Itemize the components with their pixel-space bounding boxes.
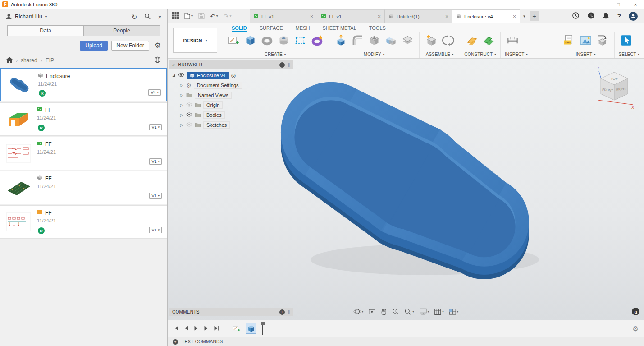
go-to-end-icon[interactable]: [214, 325, 219, 332]
file-name[interactable]: FF: [45, 107, 52, 113]
timeline-position-marker[interactable]: [262, 323, 263, 335]
tab-mesh[interactable]: MESH: [296, 25, 310, 32]
panel-grip-icon[interactable]: ∥: [288, 309, 290, 314]
new-component-icon[interactable]: [424, 33, 439, 47]
insert-mesh-icon[interactable]: [595, 33, 610, 47]
tab-list-caret-icon[interactable]: ▾: [520, 9, 529, 23]
home-icon[interactable]: [6, 57, 13, 64]
doc-tab-enclosure[interactable]: Enclosure v4 ×: [452, 9, 520, 23]
select-icon[interactable]: [619, 33, 634, 47]
doc-tab-ff2[interactable]: FF v1 ×: [317, 9, 385, 23]
breadcrumb-eip[interactable]: EIP: [46, 57, 54, 64]
panel-grip-icon[interactable]: ∥: [288, 62, 290, 67]
expander-icon[interactable]: ◢: [171, 73, 176, 78]
browser-header[interactable]: « BROWSER – ∥: [169, 60, 293, 69]
go-to-start-icon[interactable]: [173, 325, 179, 332]
add-comment-icon[interactable]: +: [279, 309, 285, 315]
tree-row-origin[interactable]: ▷ Origin: [171, 100, 293, 110]
play-icon[interactable]: [194, 325, 199, 332]
tab-data[interactable]: Data: [7, 25, 84, 36]
expander-icon[interactable]: ▷: [179, 123, 184, 127]
combine-icon[interactable]: [383, 33, 398, 47]
save-icon[interactable]: [198, 13, 205, 20]
file-name[interactable]: FF: [45, 141, 52, 148]
joint-icon[interactable]: [440, 33, 456, 47]
timeline-settings-gear-icon[interactable]: ⚙: [632, 324, 639, 333]
group-label-select[interactable]: SELECT▾: [619, 51, 639, 57]
notification-bell-icon[interactable]: [603, 12, 609, 20]
eye-off-icon[interactable]: [186, 102, 192, 108]
canvas-icon[interactable]: [578, 33, 594, 47]
tab-people[interactable]: People: [83, 25, 160, 36]
press-pull-icon[interactable]: [333, 33, 348, 47]
doc-tab-untitled[interactable]: Untitled(1) ×: [385, 9, 452, 23]
tree-label[interactable]: Named Views: [195, 92, 232, 99]
version-dropdown[interactable]: V4▾: [148, 89, 161, 96]
minimize-icon[interactable]: –: [593, 2, 610, 7]
expand-text-commands-icon[interactable]: +: [173, 339, 178, 345]
user-caret-icon[interactable]: ▾: [45, 14, 47, 19]
doc-tab-ff1[interactable]: FF v1 ×: [250, 9, 317, 23]
app-grid-icon[interactable]: [172, 12, 179, 20]
tree-row-sketches[interactable]: ▷ Sketches: [171, 120, 293, 130]
group-label-construct[interactable]: CONSTRUCT▾: [464, 51, 496, 57]
refresh-icon[interactable]: ↻: [132, 14, 137, 20]
offset-face-icon[interactable]: [400, 33, 415, 47]
version-dropdown[interactable]: V1▾: [149, 124, 162, 130]
timeline-feature-sketch-icon[interactable]: [231, 323, 242, 334]
eye-off-icon[interactable]: [186, 122, 192, 128]
workspace-selector[interactable]: DESIGN ▾: [173, 28, 217, 53]
expander-icon[interactable]: ▷: [179, 83, 184, 88]
close-tab-icon[interactable]: ×: [513, 14, 516, 20]
group-label-inspect[interactable]: INSPECT▾: [505, 51, 528, 57]
create-sketch-icon[interactable]: [226, 33, 241, 47]
group-label-create[interactable]: CREATE▾: [226, 51, 324, 57]
viewports-icon[interactable]: ▾: [449, 309, 459, 315]
viewcube[interactable]: TOP FRONT RIGHT Z X: [592, 64, 637, 109]
assistant-icon[interactable]: a: [632, 308, 639, 315]
comments-header[interactable]: COMMENTS + ∥: [169, 308, 293, 316]
version-dropdown[interactable]: V1▾: [149, 158, 162, 165]
eye-icon[interactable]: [178, 73, 184, 78]
tree-row-document-settings[interactable]: ▷ ⚙ Document Settings: [171, 80, 293, 90]
tree-root-row[interactable]: ◢ Enclosure v4 ◎: [171, 70, 293, 80]
close-tab-icon[interactable]: ×: [378, 14, 381, 20]
file-menu[interactable]: ▾: [184, 13, 193, 19]
offset-plane-icon[interactable]: [464, 33, 480, 47]
list-item-ff-2[interactable]: FF 11/24/21 V1▾: [0, 137, 167, 170]
undo-button[interactable]: ↶▾: [210, 13, 218, 19]
tree-root-label[interactable]: Enclosure v4: [187, 72, 229, 79]
tab-solid[interactable]: SOLID: [232, 25, 247, 32]
revolve-icon[interactable]: [259, 33, 274, 47]
activate-component-icon[interactable]: ◎: [231, 72, 236, 78]
help-icon[interactable]: ?: [617, 13, 621, 20]
zoom-icon[interactable]: ▾: [404, 308, 414, 315]
upload-button[interactable]: Upload: [80, 41, 108, 51]
close-panel-icon[interactable]: ×: [158, 14, 162, 20]
insert-svg-icon[interactable]: SVG: [562, 33, 577, 47]
clock-icon[interactable]: [587, 12, 595, 20]
expander-icon[interactable]: ▷: [179, 113, 184, 117]
tree-row-named-views[interactable]: ▷ Named Views: [171, 90, 293, 100]
new-folder-button[interactable]: New Folder: [111, 41, 149, 51]
eye-icon[interactable]: [186, 112, 192, 118]
pan-icon[interactable]: [380, 308, 387, 315]
look-at-icon[interactable]: [368, 308, 375, 315]
hole-icon[interactable]: [276, 33, 291, 47]
pattern-icon[interactable]: [292, 33, 308, 47]
zoom-window-icon[interactable]: [392, 308, 399, 315]
create-form-icon[interactable]: [309, 33, 324, 47]
step-back-icon[interactable]: [184, 325, 189, 332]
close-icon[interactable]: ×: [627, 2, 644, 7]
tree-label[interactable]: Sketches: [203, 121, 230, 129]
midplane-icon[interactable]: [481, 33, 496, 47]
fillet-icon[interactable]: [350, 33, 365, 47]
version-dropdown[interactable]: V1▾: [149, 227, 162, 233]
version-dropdown[interactable]: V1▾: [149, 193, 162, 199]
list-item-ff-3[interactable]: FF 11/24/21 V1▾: [0, 171, 167, 204]
search-icon[interactable]: [144, 13, 151, 20]
job-status-icon[interactable]: [572, 12, 580, 20]
measure-icon[interactable]: [505, 33, 520, 47]
tree-label[interactable]: Origin: [203, 101, 223, 109]
globe-icon[interactable]: [154, 56, 161, 65]
